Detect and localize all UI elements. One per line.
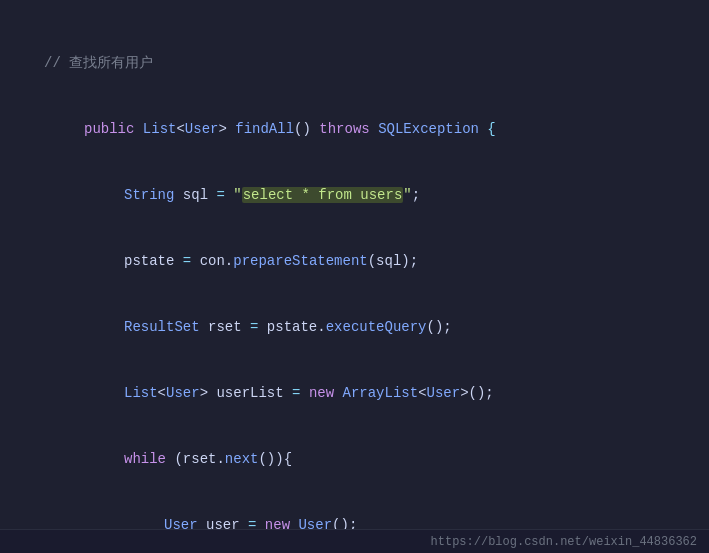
- code-content: // 查找所有用户 public List<User> findAll() th…: [36, 8, 709, 521]
- editor-container: // 查找所有用户 public List<User> findAll() th…: [0, 0, 709, 553]
- footer: https://blog.csdn.net/weixin_44836362: [0, 529, 709, 553]
- footer-url: https://blog.csdn.net/weixin_44836362: [431, 535, 697, 549]
- code-area: // 查找所有用户 public List<User> findAll() th…: [0, 0, 709, 529]
- comment-line: // 查找所有用户: [44, 55, 153, 71]
- line-numbers: [0, 8, 36, 521]
